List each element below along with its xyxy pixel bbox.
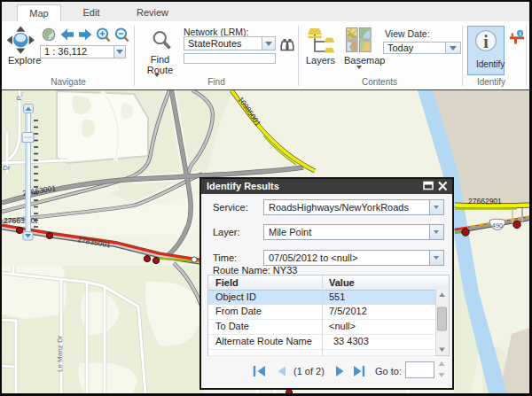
svg-text:27662901: 27662901 (468, 197, 502, 206)
svg-text:Le Manz Dr: Le Manz Dr (56, 335, 64, 372)
svg-text:276631 0t: 276631 0t (4, 216, 37, 225)
svg-text:Go to:: Go to: (375, 366, 402, 377)
svg-text:i: i (520, 30, 521, 36)
svg-text:490: 490 (492, 221, 504, 229)
svg-text:i: i (483, 32, 489, 51)
svg-text:Dr: Dr (3, 164, 11, 172)
svg-text:P...: P... (15, 90, 25, 101)
svg-text:(1 of 2): (1 of 2) (293, 366, 325, 377)
